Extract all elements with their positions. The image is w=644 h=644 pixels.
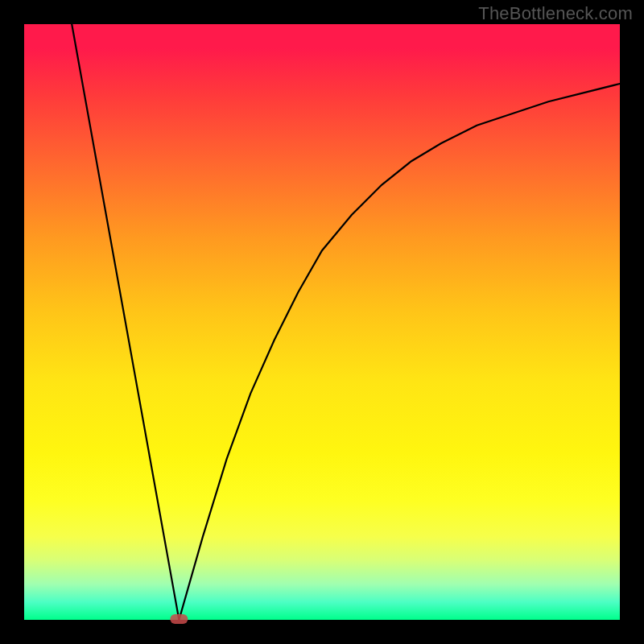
watermark-text: TheBottleneck.com xyxy=(478,3,633,24)
curve-left-slope xyxy=(72,24,179,620)
min-marker xyxy=(170,614,188,624)
chart-frame: TheBottleneck.com xyxy=(0,0,644,644)
plot-area xyxy=(24,24,620,620)
curve-right xyxy=(179,84,620,620)
chart-overlay xyxy=(24,24,620,620)
